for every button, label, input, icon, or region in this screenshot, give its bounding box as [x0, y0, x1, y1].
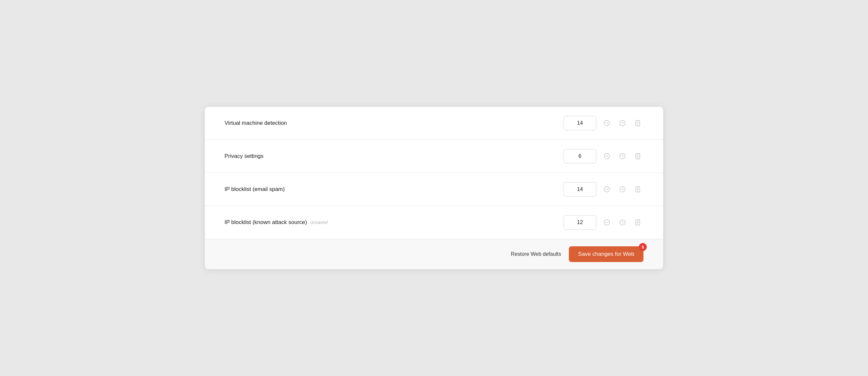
restore-defaults-button[interactable]: Restore Web defaults	[511, 251, 561, 257]
setting-input-virtual-machine-detection[interactable]	[564, 116, 596, 131]
book-icon-ip-blocklist-attack[interactable]	[633, 217, 644, 228]
book-icon-virtual-machine-detection[interactable]	[633, 118, 644, 128]
history-icon-ip-blocklist-attack[interactable]	[617, 217, 628, 228]
setting-label-ip-blocklist-email: IP blocklist (email spam)	[224, 186, 564, 193]
unsaved-label-ip-blocklist-attack: unsaved	[310, 220, 328, 225]
book-icon-ip-blocklist-email[interactable]	[633, 184, 644, 195]
setting-label-ip-blocklist-attack: IP blocklist (known attack source)unsave…	[224, 219, 564, 226]
footer-bar: Restore Web defaults 5 Save changes for …	[205, 239, 663, 269]
minus-circle-icon-ip-blocklist-attack[interactable]	[601, 217, 612, 228]
setting-controls-virtual-machine-detection	[564, 116, 644, 131]
setting-controls-ip-blocklist-email	[564, 182, 644, 197]
setting-input-ip-blocklist-email[interactable]	[564, 182, 596, 197]
setting-row-virtual-machine-detection: Virtual machine detection	[205, 107, 663, 140]
minus-circle-icon-privacy-settings[interactable]	[601, 151, 612, 162]
setting-controls-privacy-settings	[564, 149, 644, 164]
save-changes-wrapper: 5 Save changes for Web	[569, 246, 644, 262]
history-icon-ip-blocklist-email[interactable]	[617, 184, 628, 195]
setting-row-ip-blocklist-attack: IP blocklist (known attack source)unsave…	[205, 206, 663, 239]
setting-row-privacy-settings: Privacy settings	[205, 140, 663, 173]
settings-card: Virtual machine detectionPrivacy setting…	[205, 107, 663, 269]
setting-input-ip-blocklist-attack[interactable]	[564, 215, 596, 230]
history-icon-virtual-machine-detection[interactable]	[617, 118, 628, 128]
setting-controls-ip-blocklist-attack	[564, 215, 644, 230]
setting-row-ip-blocklist-email: IP blocklist (email spam)	[205, 173, 663, 206]
minus-circle-icon-ip-blocklist-email[interactable]	[601, 184, 612, 195]
unsaved-count-badge: 5	[639, 243, 647, 251]
settings-list: Virtual machine detectionPrivacy setting…	[205, 107, 663, 239]
save-changes-button[interactable]: Save changes for Web	[569, 246, 644, 262]
book-icon-privacy-settings[interactable]	[633, 151, 644, 162]
history-icon-privacy-settings[interactable]	[617, 151, 628, 162]
setting-input-privacy-settings[interactable]	[564, 149, 596, 164]
minus-circle-icon-virtual-machine-detection[interactable]	[601, 118, 612, 128]
setting-label-virtual-machine-detection: Virtual machine detection	[224, 120, 564, 126]
setting-label-privacy-settings: Privacy settings	[224, 153, 564, 160]
